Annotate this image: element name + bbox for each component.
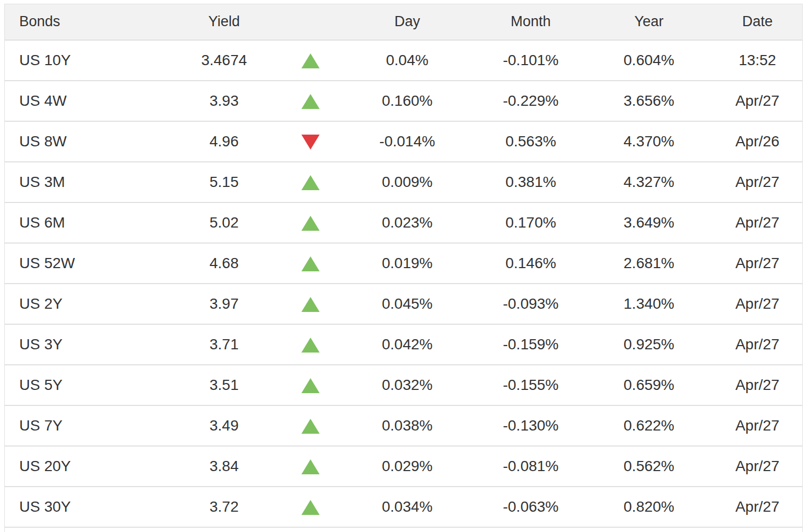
bond-name[interactable]: US 6M [5,202,166,243]
table-row: US 30Y3.720.034%-0.063%0.820%Apr/27 [5,487,803,527]
date-value: Apr/27 [712,365,802,405]
up-triangle-icon [301,378,320,393]
year-change: 0.820% [585,487,712,527]
table-row: US 6M5.020.023%0.170%3.649%Apr/27 [5,202,803,243]
date-value: Apr/27 [712,324,802,365]
year-change: 0.604% [585,40,712,81]
bond-name[interactable]: US 30Y [5,487,166,527]
bond-name[interactable]: US 3M [5,162,166,202]
year-change: 1.340% [585,284,712,324]
year-change: 0.562% [585,446,712,487]
direction-indicator-cell [283,243,338,284]
down-triangle-icon [301,135,320,150]
bond-yields-table-container: Bonds Yield Day Month Year Date US 10Y3.… [4,4,803,532]
date-value: Apr/27 [712,405,802,446]
day-change: 0.032% [338,365,476,405]
day-change: -0.014% [338,121,476,162]
year-change: 0.925% [585,324,712,365]
day-change: 0.023% [338,202,476,243]
column-header-bonds: Bonds [5,4,166,40]
table-row: US 52W4.680.019%0.146%2.681%Apr/27 [5,243,803,284]
yield-value: 3.97 [166,284,283,324]
bond-name[interactable]: US 2Y [5,284,166,324]
column-header-day: Day [338,4,476,40]
table-header: Bonds Yield Day Month Year Date [5,4,803,40]
column-header-yield: Yield [166,4,283,40]
month-change: -0.101% [476,40,585,81]
table-row: US 7Y3.490.038%-0.130%0.622%Apr/27 [5,405,803,446]
table-row: US 20Y3.840.029%-0.081%0.562%Apr/27 [5,446,803,487]
bond-name[interactable]: US 20Y [5,446,166,487]
day-change: 0.009% [338,162,476,202]
direction-indicator-cell [283,365,338,405]
up-triangle-icon [301,53,320,68]
month-change: -0.093% [476,284,585,324]
year-change: 2.681% [585,243,712,284]
yield-value: 4.96 [166,121,283,162]
date-value: Apr/27 [712,284,802,324]
bond-name[interactable]: US 4W [5,81,166,121]
up-triangle-icon [301,500,320,515]
up-triangle-icon [301,338,320,353]
empty-cell [283,527,338,532]
column-header-month: Month [476,4,585,40]
yield-value: 3.93 [166,81,283,121]
yield-value: 5.15 [166,162,283,202]
table-row: US 4W3.930.160%-0.229%3.656%Apr/27 [5,81,803,121]
date-value: Apr/27 [712,162,802,202]
date-value: Apr/27 [712,487,802,527]
direction-indicator-cell [283,121,338,162]
up-triangle-icon [301,256,320,271]
up-triangle-icon [301,94,320,109]
day-change: 0.038% [338,405,476,446]
direction-indicator-cell [283,284,338,324]
bond-yields-table: Bonds Yield Day Month Year Date US 10Y3.… [4,4,803,532]
month-change: -0.155% [476,365,585,405]
empty-cell [476,527,585,532]
bond-name[interactable]: US 5Y [5,365,166,405]
day-change: 0.04% [338,40,476,81]
month-change: 0.170% [476,202,585,243]
year-change: 4.370% [585,121,712,162]
yield-value: 3.49 [166,405,283,446]
bond-name[interactable]: US 3Y [5,324,166,365]
month-change: -0.081% [476,446,585,487]
table-row-partial [5,527,803,532]
bond-name[interactable]: US 7Y [5,405,166,446]
date-value: Apr/27 [712,446,802,487]
month-change: 0.146% [476,243,585,284]
empty-cell [338,527,476,532]
bond-name[interactable]: US 52W [5,243,166,284]
table-row: US 10Y3.46740.04%-0.101%0.604%13:52 [5,40,803,81]
date-value: Apr/27 [712,202,802,243]
yield-value: 3.4674 [166,40,283,81]
up-triangle-icon [301,297,320,312]
table-row: US 3M5.150.009%0.381%4.327%Apr/27 [5,162,803,202]
direction-indicator-cell [283,40,338,81]
day-change: 0.034% [338,487,476,527]
date-value: Apr/26 [712,121,802,162]
yield-value: 5.02 [166,202,283,243]
day-change: 0.019% [338,243,476,284]
column-header-year: Year [585,4,712,40]
up-triangle-icon [301,216,320,231]
day-change: 0.042% [338,324,476,365]
month-change: 0.563% [476,121,585,162]
yield-value: 4.68 [166,243,283,284]
direction-indicator-cell [283,202,338,243]
bond-name[interactable]: US 10Y [5,40,166,81]
column-header-date: Date [712,4,802,40]
bond-name[interactable]: US 8W [5,121,166,162]
yield-value: 3.51 [166,365,283,405]
day-change: 0.160% [338,81,476,121]
header-row: Bonds Yield Day Month Year Date [5,4,803,40]
month-change: 0.381% [476,162,585,202]
yield-value: 3.84 [166,446,283,487]
yield-value: 3.72 [166,487,283,527]
direction-indicator-cell [283,446,338,487]
month-change: -0.159% [476,324,585,365]
table-row: US 2Y3.970.045%-0.093%1.340%Apr/27 [5,284,803,324]
date-value: Apr/27 [712,243,802,284]
empty-cell [712,527,802,532]
date-value: Apr/27 [712,81,802,121]
